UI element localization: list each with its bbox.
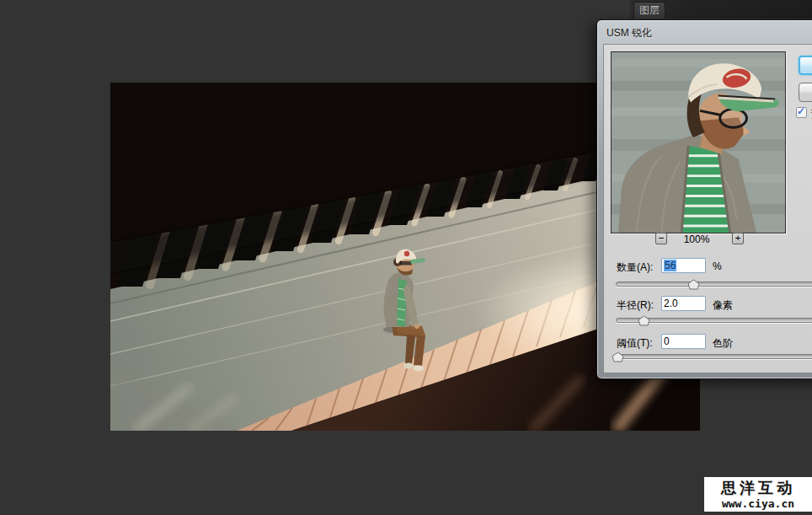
radius-label: 半径(R): xyxy=(617,298,654,313)
amount-input[interactable]: 56 xyxy=(661,258,706,273)
amount-label: 数量(A): xyxy=(617,260,653,275)
watermark-url: www.ciya.cn xyxy=(704,497,812,510)
threshold-suffix: 色阶 xyxy=(713,336,733,351)
cancel-button[interactable] xyxy=(799,83,812,102)
radius-slider-thumb[interactable] xyxy=(638,315,650,326)
tab-layers-label: 图层 xyxy=(639,4,660,16)
threshold-slider[interactable] xyxy=(616,351,812,362)
amount-slider-thumb[interactable] xyxy=(687,279,700,290)
sharpen-preview[interactable] xyxy=(611,51,786,233)
amount-suffix: % xyxy=(713,260,722,272)
panel-tab-bar: 图层 xyxy=(630,0,812,19)
preview-zoom-in-button[interactable]: + xyxy=(732,233,744,244)
threshold-slider-thumb[interactable] xyxy=(612,351,624,362)
threshold-input[interactable]: 0 xyxy=(661,334,706,349)
radius-slider[interactable] xyxy=(616,315,812,326)
amount-slider-track[interactable] xyxy=(616,282,812,287)
amount-slider[interactable] xyxy=(616,279,812,290)
plus-icon: + xyxy=(735,233,741,244)
threshold-slider-track[interactable] xyxy=(616,354,812,359)
threshold-value: 0 xyxy=(664,335,670,347)
threshold-label: 阈值(T): xyxy=(617,336,653,351)
checkmark-icon: ✓ xyxy=(797,105,805,117)
preview-checkbox[interactable]: ✓ xyxy=(796,107,807,118)
preview-portrait-illustration xyxy=(612,52,785,233)
minus-icon: − xyxy=(659,233,665,244)
radius-suffix: 像素 xyxy=(713,298,733,313)
preview-zoom-level: 100% xyxy=(676,233,718,245)
dialog-title: USM 锐化 xyxy=(606,26,652,40)
preview-zoom-out-button[interactable]: − xyxy=(655,233,667,244)
watermark-title: 思洋互动 xyxy=(704,478,812,498)
photoshop-workspace: 图层 xyxy=(0,0,812,515)
watermark: 思洋互动 www.ciya.cn xyxy=(704,477,812,512)
usm-sharpen-dialog: USM 锐化 xyxy=(596,19,812,379)
radius-input[interactable]: 2.0 xyxy=(661,296,706,311)
radius-value: 2.0 xyxy=(664,298,678,309)
dialog-body: − 100% + 数量(A): 56 % 半径(R): 2.0 xyxy=(603,44,812,373)
amount-value-selected: 56 xyxy=(664,260,676,271)
tab-layers[interactable]: 图层 xyxy=(633,2,665,19)
ok-button[interactable] xyxy=(799,56,812,75)
